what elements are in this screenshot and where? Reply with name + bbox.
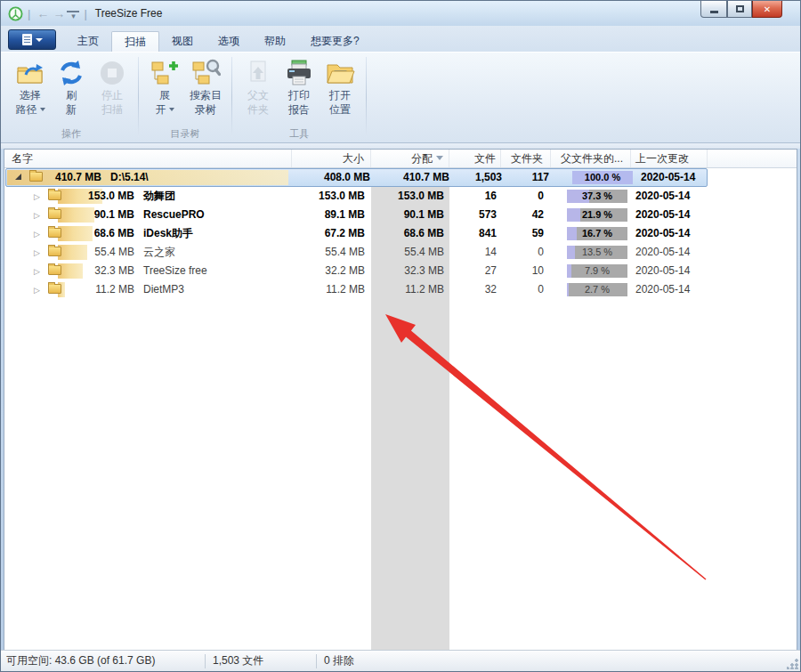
size-cell: 408.0 MB: [297, 168, 376, 187]
titlebar: | ← → ▾ | TreeSize Free ✕: [1, 1, 800, 26]
column-header-last-modified[interactable]: 上一次更改: [631, 150, 708, 167]
quick-access-dropdown-icon[interactable]: ▾: [67, 11, 79, 20]
table-row[interactable]: 68.6 MBiDesk助手 67.2 MB 68.6 MB 841 59 16…: [4, 224, 797, 243]
table-row[interactable]: 153.0 MB劲舞团 153.0 MB 153.0 MB 16 0 37.3 …: [4, 187, 797, 206]
files-cell: 841: [449, 224, 501, 243]
percent-cell: 13.5 %: [551, 243, 631, 262]
folders-cell: 10: [501, 262, 551, 280]
folder-icon: [48, 247, 61, 256]
tab-home[interactable]: 主页: [65, 31, 111, 52]
resize-grip[interactable]: [787, 658, 798, 669]
button-label: 停止: [101, 89, 123, 101]
expand-icon[interactable]: [34, 187, 46, 206]
percent-bar: 21.9 %: [567, 208, 627, 222]
expand-button[interactable]: 展 开: [144, 56, 185, 127]
group-label-directory-tree: 目录树: [144, 127, 226, 142]
ribbon-group-directory-tree: 展 开 搜索目 录树 目录树: [141, 54, 230, 142]
forward-icon[interactable]: →: [51, 6, 67, 20]
files-cell: 14: [449, 243, 501, 262]
select-path-button[interactable]: 选择 路径: [10, 56, 51, 127]
open-location-button[interactable]: 打开 位置: [320, 56, 360, 127]
search-tree-button[interactable]: 搜索目 录树: [185, 56, 226, 127]
expand-icon[interactable]: [34, 206, 46, 225]
parent-folder-icon: [243, 59, 273, 87]
percent-cell: 16.7 %: [551, 224, 631, 243]
files-cell: 27: [449, 262, 501, 280]
allocated-cell: 11.2 MB: [371, 280, 449, 299]
tab-options[interactable]: 选项: [206, 31, 252, 52]
button-label: 录树: [195, 103, 216, 116]
collapse-icon[interactable]: [15, 168, 28, 187]
button-label: 新: [66, 103, 77, 116]
separator: |: [84, 7, 86, 20]
sort-desc-icon: [436, 156, 443, 160]
modified-cell: 2020-05-14: [631, 187, 708, 206]
percent-bar: 7.9 %: [567, 264, 627, 278]
table-row[interactable]: 11.2 MBDietMP3 11.2 MB 11.2 MB 32 0 2.7 …: [4, 280, 797, 299]
print-report-button[interactable]: 打印 报告: [279, 56, 320, 127]
tab-help[interactable]: 帮助: [252, 31, 298, 52]
size-cell: 32.2 MB: [292, 262, 371, 280]
modified-cell: 2020-05-14: [631, 262, 708, 280]
group-divider: [138, 57, 139, 137]
percent-label: 16.7 %: [567, 227, 627, 240]
maximize-button[interactable]: [727, 1, 752, 18]
expand-icon[interactable]: [34, 280, 46, 300]
column-header-filler: [708, 150, 797, 167]
expand-tree-icon: [150, 59, 180, 87]
column-header-allocated[interactable]: 分配: [371, 150, 449, 167]
modified-cell: 2020-05-14: [631, 243, 708, 262]
column-header-folders[interactable]: 文件夹: [501, 150, 551, 167]
allocated-cell: 410.7 MB: [376, 168, 455, 187]
table-row[interactable]: 55.4 MB云之家 55.4 MB 55.4 MB 14 0 13.5 % 2…: [4, 243, 797, 262]
ribbon: 选择 路径 刷 新: [1, 52, 800, 143]
separator: |: [28, 7, 30, 20]
app-menu-button[interactable]: [8, 29, 56, 50]
expand-icon[interactable]: [34, 243, 46, 263]
group-label-actions: 操作: [10, 127, 133, 142]
folder-list-panel: 名字 大小 分配 文件 文件夹 父文件夹的... 上一次更改 410.7 MBD…: [4, 149, 797, 652]
button-label: 位置: [329, 103, 351, 116]
allocated-cell: 55.4 MB: [371, 243, 449, 262]
column-header-name[interactable]: 名字: [4, 150, 292, 167]
folder-icon: [48, 209, 61, 219]
minimize-button[interactable]: [700, 1, 727, 18]
button-label: 路径: [16, 103, 45, 116]
percent-bar: 16.7 %: [567, 227, 627, 240]
back-icon[interactable]: ←: [35, 6, 51, 20]
tab-want-more[interactable]: 想要更多?: [298, 31, 372, 52]
folder-name: DietMP3: [143, 283, 184, 296]
file-count-status: 1,503 文件: [213, 653, 309, 668]
size-label: 11.2 MB: [65, 280, 134, 299]
expand-icon[interactable]: [34, 224, 46, 244]
print-report-icon: [284, 59, 314, 87]
refresh-button[interactable]: 刷 新: [51, 56, 92, 127]
tab-scan[interactable]: 扫描: [111, 31, 159, 52]
treesize-logo-icon: [8, 6, 23, 21]
button-label: 搜索目: [190, 89, 222, 101]
parent-folder-button[interactable]: 父文 件夹: [238, 56, 279, 127]
column-header-files[interactable]: 文件: [449, 150, 501, 167]
folder-icon: [29, 172, 43, 182]
list-header: 名字 大小 分配 文件 文件夹 父文件夹的... 上一次更改: [4, 150, 797, 168]
folder-icon: [48, 190, 61, 200]
column-header-percent-of-parent[interactable]: 父文件夹的...: [551, 150, 631, 167]
table-row[interactable]: 410.7 MBD:\5.14\ 408.0 MB 410.7 MB 1,503…: [4, 168, 797, 187]
column-header-size[interactable]: 大小: [292, 150, 371, 167]
close-button[interactable]: ✕: [752, 1, 782, 18]
column-header-label: 分配: [411, 152, 433, 165]
files-cell: 32: [449, 280, 501, 299]
percent-cell: 2.7 %: [551, 280, 631, 299]
stop-scan-icon: [97, 59, 127, 87]
select-path-icon: [15, 59, 45, 87]
folders-cell: 0: [501, 280, 551, 299]
expand-icon[interactable]: [34, 262, 46, 281]
table-row[interactable]: 32.3 MBTreeSize free 32.2 MB 32.3 MB 27 …: [4, 262, 797, 280]
folders-cell: 117: [506, 168, 556, 187]
folder-name: iDesk助手: [143, 227, 193, 239]
tab-view[interactable]: 视图: [159, 31, 206, 52]
size-label: 153.0 MB: [65, 187, 134, 206]
table-row[interactable]: 90.1 MBRescuePRO 89.1 MB 90.1 MB 573 42 …: [4, 206, 797, 224]
stop-scan-button[interactable]: 停止 扫描: [92, 56, 133, 127]
size-label: 410.7 MB: [46, 168, 101, 187]
